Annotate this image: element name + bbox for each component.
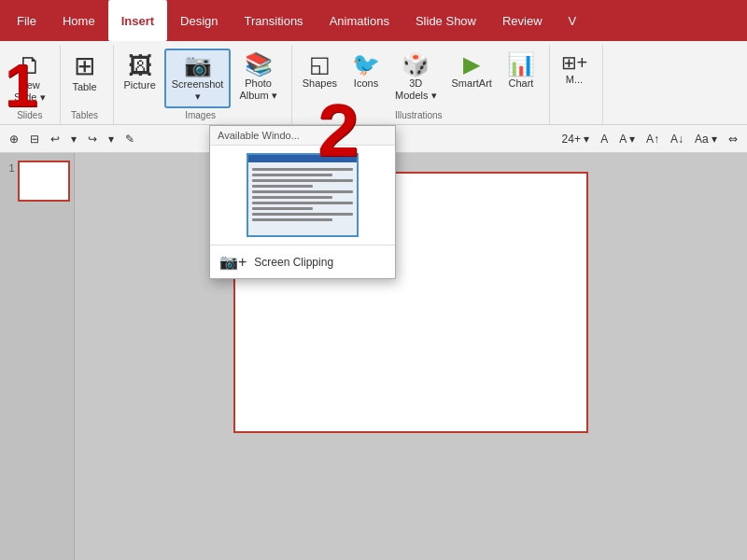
images-group-label: Images <box>118 110 284 122</box>
icons-icon: 🐦 <box>352 53 380 76</box>
screen-clipping-icon: 📷+ <box>219 253 247 271</box>
menu-file[interactable]: File <box>4 0 49 41</box>
app-window: File Home Insert Design Transitions Anim… <box>0 0 747 560</box>
screenshot-label: Screenshot▾ <box>172 78 224 103</box>
pictures-label: Picture <box>124 79 156 91</box>
more-label: M... <box>566 74 583 86</box>
ribbon-group-more: ⊞+ M... <box>550 45 603 124</box>
shapes-button[interactable]: ◱ Shapes <box>296 49 344 94</box>
preview-line-7 <box>252 202 353 204</box>
preview-content <box>248 164 357 228</box>
screen-clipping-label: Screen Clipping <box>254 256 333 269</box>
smartart-button[interactable]: ▶ SmartArt <box>445 49 499 94</box>
preview-line-5 <box>252 190 353 193</box>
preview-line-9 <box>252 213 353 216</box>
preview-line-3 <box>252 179 353 182</box>
pictures-button[interactable]: 🖼 Picture <box>118 49 162 96</box>
preview-line-2 <box>252 174 332 176</box>
menu-insert[interactable]: Insert <box>108 0 167 41</box>
3d-models-icon: 🎲 <box>402 53 430 76</box>
images-buttons: 🖼 Picture 📷 Screenshot▾ 📚 PhotoAlbum ▾ <box>118 47 284 110</box>
screenshot-button[interactable]: 📷 Screenshot▾ <box>164 49 232 108</box>
more-buttons: ⊞+ M... <box>554 47 595 120</box>
3d-models-label: 3DModels ▾ <box>395 77 437 102</box>
more-icon: ⊞+ <box>561 53 588 72</box>
screen-clipping-button[interactable]: 📷+ Screen Clipping <box>210 245 395 278</box>
photo-album-label: PhotoAlbum ▾ <box>239 77 276 102</box>
ft-redo-arrow[interactable]: ▾ <box>105 131 118 147</box>
ft-network-icon: ⊕ <box>6 131 22 147</box>
slide-1-wrapper: 1 <box>4 161 70 202</box>
dropdown-header: Available Windo... <box>210 126 395 146</box>
shapes-icon: ◱ <box>309 53 331 76</box>
ribbon-group-images: 🖼 Picture 📷 Screenshot▾ 📚 PhotoAlbum ▾ I… <box>114 45 292 124</box>
ft-undo-arrow[interactable]: ▾ <box>67 131 80 147</box>
ft-format-icon[interactable]: ✎ <box>121 131 138 147</box>
canvas-area <box>75 153 747 560</box>
preview-line-4 <box>252 185 313 188</box>
ft-case-icon[interactable]: Aa ▾ <box>691 131 721 147</box>
photo-album-button[interactable]: 📚 PhotoAlbum ▾ <box>233 49 283 106</box>
preview-line-6 <box>252 196 332 199</box>
chart-button[interactable]: 📊 Chart <box>500 49 542 94</box>
dropdown-window-preview[interactable] <box>210 146 395 245</box>
3d-models-button[interactable]: 🎲 3DModels ▾ <box>388 49 444 106</box>
slides-panel: 1 <box>0 153 75 560</box>
pictures-icon: 🖼 <box>128 53 152 77</box>
ribbon: 🗋 NewSlide ▾ Slides ⊞ Table Tables 🖼 Pic <box>0 41 747 125</box>
screenshot-dropdown: Available Windo... <box>209 125 396 279</box>
menu-slideshow[interactable]: Slide Show <box>402 0 489 41</box>
chart-label: Chart <box>508 77 533 90</box>
ft-undo-icon[interactable]: ↩ <box>47 131 63 147</box>
ft-view-icon[interactable]: ⊟ <box>26 131 43 147</box>
tables-group-label: Tables <box>64 110 106 122</box>
menu-design[interactable]: Design <box>167 0 231 41</box>
more-button[interactable]: ⊞+ M... <box>554 49 595 91</box>
slide-1-number: 1 <box>4 162 15 174</box>
chart-icon: 📊 <box>507 53 535 76</box>
preview-line-8 <box>252 207 313 210</box>
annotation-number-2: 2 <box>317 93 359 168</box>
table-button[interactable]: ⊞ Table <box>64 49 106 98</box>
ft-fontsize[interactable]: 24+ ▾ <box>558 131 594 147</box>
smartart-icon: ▶ <box>463 53 480 76</box>
menu-review[interactable]: Review <box>489 0 556 41</box>
ribbon-group-tables: ⊞ Table Tables <box>61 45 114 124</box>
screenshot-icon: 📷 <box>184 54 212 77</box>
menu-home[interactable]: Home <box>49 0 108 41</box>
photo-album-icon: 📚 <box>245 53 273 76</box>
preview-line-10 <box>252 218 332 221</box>
slide-1-thumb[interactable] <box>18 161 70 202</box>
icons-button[interactable]: 🐦 Icons <box>345 49 387 94</box>
more-group-label <box>554 120 595 122</box>
ft-redo-icon[interactable]: ↪ <box>84 131 101 147</box>
tables-buttons: ⊞ Table <box>64 47 106 110</box>
ft-fontstyle-icon[interactable]: A <box>597 131 612 147</box>
menu-bar: File Home Insert Design Transitions Anim… <box>0 0 747 41</box>
menu-animations[interactable]: Animations <box>317 0 402 41</box>
ft-spacing-icon[interactable]: ⇔ <box>725 131 741 147</box>
table-label: Table <box>72 81 96 93</box>
ft-fontsize2[interactable]: A ▾ <box>615 131 639 147</box>
menu-transitions[interactable]: Transitions <box>232 0 317 41</box>
ft-smaller-icon[interactable]: A↓ <box>667 131 687 147</box>
ft-bigger-icon[interactable]: A↑ <box>642 131 663 147</box>
table-icon: ⊞ <box>74 53 95 79</box>
menu-more[interactable]: V <box>556 0 590 41</box>
annotation-number-1: 1 <box>5 56 38 116</box>
smartart-label: SmartArt <box>452 77 492 90</box>
